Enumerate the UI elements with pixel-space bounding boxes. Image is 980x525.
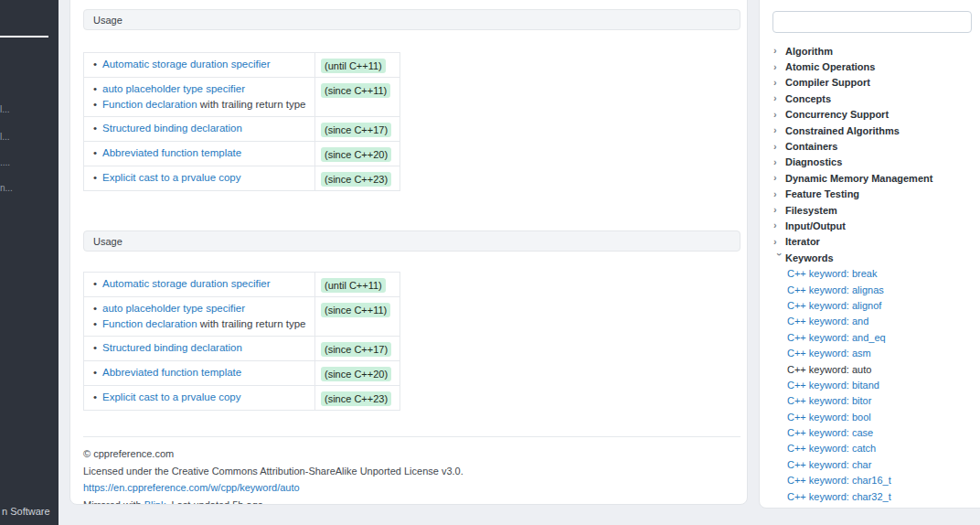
- chevron-right-icon[interactable]: ›: [773, 125, 785, 135]
- toc-category-label: Iterator: [785, 236, 820, 247]
- toc-keyword-item[interactable]: C++ keyword: bitand: [787, 377, 980, 392]
- footer-divider: [83, 436, 740, 437]
- bullet-icon: •: [93, 278, 97, 289]
- toc-keyword-item[interactable]: C++ keyword: case: [787, 424, 980, 440]
- chevron-right-icon[interactable]: ›: [773, 220, 785, 230]
- toc-category-label: Concepts: [785, 93, 831, 104]
- usage-link[interactable]: Structured binding declaration: [102, 123, 242, 134]
- chevron-right-icon[interactable]: ›: [773, 237, 785, 247]
- chevron-right-icon[interactable]: ›: [773, 205, 785, 215]
- toc-keyword-item[interactable]: C++ keyword: char16_t: [787, 473, 980, 488]
- version-badge: (since C++23): [321, 172, 391, 187]
- toc-keyword-item[interactable]: C++ keyword: break: [787, 265, 980, 281]
- toc-keyword-label: C++ keyword: and: [787, 316, 868, 327]
- toc-category[interactable]: › Diagnostics: [760, 155, 980, 170]
- table-row: •Explicit cast to a prvalue copy (since …: [84, 386, 400, 411]
- toc-category[interactable]: › Dynamic Memory Management: [760, 170, 980, 186]
- docset-item-truncated[interactable]: l...: [0, 104, 55, 114]
- toc-category-label: Filesystem: [785, 205, 837, 216]
- chevron-right-icon[interactable]: ›: [773, 189, 785, 199]
- toc-keyword-label: C++ keyword: bitand: [787, 380, 879, 391]
- bullet-icon: •: [93, 367, 97, 378]
- usage-link[interactable]: Automatic storage duration specifier: [102, 278, 270, 289]
- chevron-right-icon[interactable]: ›: [773, 78, 785, 88]
- toc-category[interactable]: › Containers: [760, 138, 980, 154]
- version-badge: (since C++17): [321, 342, 391, 357]
- chevron-down-icon[interactable]: ›: [774, 252, 784, 264]
- table-row: •Structured binding declaration (since C…: [84, 117, 400, 142]
- chevron-right-icon[interactable]: ›: [773, 93, 785, 103]
- chevron-right-icon[interactable]: ›: [773, 62, 785, 72]
- toc-category[interactable]: › Atomic Operations: [760, 59, 980, 74]
- toc-keyword-item[interactable]: C++ keyword: alignas: [787, 282, 980, 297]
- chevron-right-icon[interactable]: ›: [773, 110, 785, 120]
- usage-section-header: Usage: [83, 230, 740, 252]
- usage-link[interactable]: Automatic storage duration specifier: [102, 59, 270, 70]
- toc-category-label: Dynamic Memory Management: [785, 173, 932, 184]
- blink-link[interactable]: Blink: [144, 499, 166, 506]
- toc-category[interactable]: › Iterator: [760, 234, 980, 250]
- toc-category[interactable]: › Concepts: [760, 91, 980, 106]
- toc-category[interactable]: › Compiler Support: [760, 75, 980, 91]
- category-list: › Algorithm › Atomic Operations › Compil…: [760, 43, 980, 265]
- usage-link[interactable]: auto placeholder type specifier: [102, 83, 245, 94]
- toc-keyword-item[interactable]: C++ keyword: and_eq: [787, 329, 980, 345]
- toc-keyword-label: C++ keyword: alignas: [787, 284, 884, 295]
- docset-item-truncated[interactable]: l...: [0, 132, 55, 142]
- docset-item-truncated[interactable]: ....: [0, 157, 55, 167]
- toc-keyword-item[interactable]: C++ keyword: char: [787, 456, 980, 472]
- bullet-icon: •: [93, 318, 97, 329]
- usage-link[interactable]: Structured binding declaration: [102, 342, 242, 353]
- version-badge: (until C++11): [321, 59, 386, 73]
- usage-link[interactable]: Explicit cast to a prvalue copy: [102, 391, 241, 402]
- toc-keyword-item[interactable]: C++ keyword: catch: [787, 441, 980, 456]
- toc-keyword-label: C++ keyword: asm: [787, 348, 871, 359]
- chevron-right-icon[interactable]: ›: [773, 142, 785, 152]
- source-url-link[interactable]: https://en.cppreference.com/w/cpp/keywor…: [83, 482, 300, 493]
- toc-category[interactable]: › Constrained Algorithms: [760, 123, 980, 138]
- toc-keyword-item[interactable]: C++ keyword: and: [787, 314, 980, 329]
- toc-keyword-item[interactable]: C++ keyword: char32_t: [787, 488, 980, 504]
- usage-link[interactable]: Function declaration: [102, 99, 197, 110]
- toc-category[interactable]: › Filesystem: [760, 202, 980, 218]
- usage-header-label: Usage: [93, 15, 122, 26]
- toc-category[interactable]: › Input/Output: [760, 218, 980, 233]
- toc-category-label: Compiler Support: [785, 77, 870, 88]
- table-row: •Abbreviated function template (since C+…: [84, 361, 400, 386]
- chevron-right-icon[interactable]: ›: [773, 157, 785, 167]
- toc-category-label: Input/Output: [785, 220, 846, 231]
- toc-tree: › Algorithm › Atomic Operations › Compil…: [760, 43, 980, 504]
- toc-category-label: Constrained Algorithms: [785, 125, 900, 136]
- toc-keyword-item[interactable]: C++ keyword: asm: [787, 345, 980, 360]
- toc-keyword-label: C++ keyword: char: [787, 459, 871, 470]
- toc-category[interactable]: › Algorithm: [760, 43, 980, 59]
- toc-category[interactable]: › Feature Testing: [760, 187, 980, 202]
- usage-header-label: Usage: [93, 236, 122, 247]
- toc-category[interactable]: › Concurrency Support: [760, 107, 980, 123]
- toc-keyword-item[interactable]: C++ keyword: bool: [787, 409, 980, 424]
- bullet-icon: •: [93, 342, 97, 353]
- toc-category-label: Diagnostics: [785, 156, 842, 167]
- version-badge: (since C++20): [321, 147, 391, 162]
- toc-keyword-item[interactable]: C++ keyword: bitor: [787, 393, 980, 409]
- docset-item-truncated[interactable]: n...: [0, 183, 55, 193]
- bullet-icon: •: [93, 99, 97, 110]
- toc-keyword-item[interactable]: C++ keyword: auto: [787, 361, 980, 377]
- chevron-right-icon[interactable]: ›: [773, 173, 785, 183]
- usage-link[interactable]: Abbreviated function template: [102, 367, 241, 378]
- chevron-right-icon[interactable]: ›: [773, 46, 785, 56]
- usage-table: •Automatic storage duration specifier (u…: [83, 272, 400, 411]
- usage-link[interactable]: auto placeholder type specifier: [102, 303, 245, 314]
- usage-link[interactable]: Function declaration: [102, 318, 197, 329]
- toc-keyword-item[interactable]: C++ keyword: alignof: [787, 297, 980, 313]
- search-input[interactable]: [772, 11, 972, 33]
- version-badge: (since C++11): [321, 303, 390, 317]
- usage-link[interactable]: Abbreviated function template: [102, 147, 241, 158]
- usage-link[interactable]: Explicit cast to a prvalue copy: [102, 172, 241, 183]
- toc-keyword-label: C++ keyword: alignof: [787, 300, 881, 311]
- toc-category-label: Feature Testing: [785, 188, 859, 199]
- usage-section-header: Usage: [83, 9, 740, 30]
- toc-category[interactable]: › Keywords: [760, 250, 980, 265]
- toc-category-label: Atomic Operations: [785, 61, 875, 72]
- version-badge: (since C++11): [321, 83, 390, 98]
